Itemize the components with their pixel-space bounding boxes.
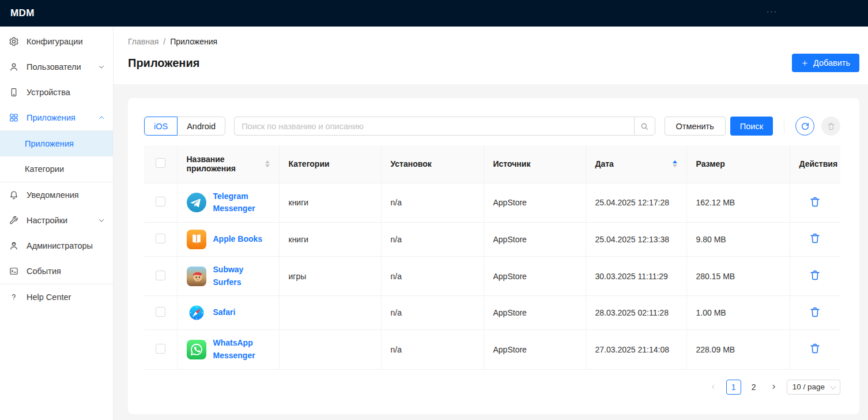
sidebar-item-users[interactable]: Пользователи xyxy=(0,54,113,80)
prev-page-button[interactable] xyxy=(706,380,721,395)
date-cell: 30.03.2025 11:11:29 xyxy=(586,256,686,295)
toolbar-divider xyxy=(784,119,784,134)
chevron-down-icon xyxy=(98,217,105,224)
next-page-button[interactable] xyxy=(767,380,782,395)
sidebar-item-label: Help Center xyxy=(27,292,71,302)
search-input[interactable] xyxy=(234,117,633,136)
bulk-delete-button[interactable] xyxy=(821,117,840,136)
column-header-date[interactable]: Дата xyxy=(586,145,686,183)
breadcrumb-home[interactable]: Главная xyxy=(128,37,158,46)
plus-icon xyxy=(801,59,809,67)
sidebar-item-applications[interactable]: Приложения xyxy=(0,105,113,130)
sidebar-subitem-label: Категории xyxy=(25,164,64,174)
column-header-source: Источник xyxy=(484,145,586,183)
sidebar-item-label: Администраторы xyxy=(27,241,93,250)
size-cell: 1.00 MB xyxy=(686,296,790,330)
cancel-button[interactable]: Отменить xyxy=(665,117,726,136)
trash-icon xyxy=(809,342,821,355)
tab-android[interactable]: Android xyxy=(177,117,225,136)
sidebar-item-label: Настройки xyxy=(27,216,67,225)
breadcrumb-separator: / xyxy=(163,37,165,46)
trash-icon xyxy=(827,122,836,131)
delete-row-button[interactable] xyxy=(809,342,821,355)
delete-row-button[interactable] xyxy=(809,232,821,245)
table-row: WhatsApp Messenger n/a AppStore 27.03.20… xyxy=(144,330,840,369)
app-name-link[interactable]: Telegram Messenger xyxy=(213,190,270,215)
page-header: Главная / Приложения Приложения Добавить xyxy=(114,27,868,84)
row-checkbox[interactable] xyxy=(156,307,165,317)
topbar: MDM ··· xyxy=(0,0,868,27)
row-checkbox[interactable] xyxy=(156,271,165,280)
subway-surfers-icon xyxy=(187,267,206,286)
applications-table: Название приложения Категории Установок … xyxy=(144,145,840,370)
app-name-link[interactable]: Subway Surfers xyxy=(213,264,270,288)
app-name-link[interactable]: Apple Books xyxy=(213,233,263,246)
select-all-checkbox[interactable] xyxy=(156,158,165,168)
chevron-down-icon xyxy=(830,383,836,389)
date-cell: 27.03.2025 21:14:08 xyxy=(586,330,686,369)
telegram-icon xyxy=(187,193,206,212)
page-2-button[interactable]: 2 xyxy=(746,380,761,395)
row-checkbox[interactable] xyxy=(156,344,165,354)
table-row: Telegram Messenger книги n/a AppStore 25… xyxy=(144,183,840,222)
size-cell: 228.09 MB xyxy=(686,330,790,369)
sidebar: Конфигурации Пользователи Устройства При… xyxy=(0,27,114,420)
page-1-button[interactable]: 1 xyxy=(726,380,741,395)
sidebar-item-notifications[interactable]: Уведомления xyxy=(0,182,113,208)
sidebar-item-label: События xyxy=(27,267,61,276)
bell-icon xyxy=(8,190,19,201)
app-logo: MDM xyxy=(10,7,35,19)
sidebar-item-settings[interactable]: Настройки xyxy=(0,208,113,233)
sidebar-item-configurations[interactable]: Конфигурации xyxy=(0,29,113,54)
delete-row-button[interactable] xyxy=(809,269,821,282)
trash-icon xyxy=(809,306,821,318)
source-cell: AppStore xyxy=(484,296,586,330)
installs-cell: n/a xyxy=(381,296,484,330)
sidebar-item-events[interactable]: События xyxy=(0,258,113,284)
delete-row-button[interactable] xyxy=(809,196,821,208)
app-name-link[interactable]: Safari xyxy=(213,306,236,319)
sidebar-subitem-applications[interactable]: Приложения xyxy=(0,131,113,156)
add-button[interactable]: Добавить xyxy=(792,54,859,72)
source-cell: AppStore xyxy=(484,330,586,369)
admin-icon xyxy=(8,241,19,252)
category-cell: книги xyxy=(279,222,381,256)
installs-cell: n/a xyxy=(381,183,484,222)
search-icon[interactable] xyxy=(634,117,655,136)
wrench-icon xyxy=(8,215,19,226)
refresh-button[interactable] xyxy=(795,117,814,136)
page-title: Приложения xyxy=(128,57,199,70)
sort-icon xyxy=(265,160,270,167)
sidebar-item-administrators[interactable]: Администраторы xyxy=(0,233,113,258)
overflow-menu-icon[interactable]: ··· xyxy=(767,7,778,15)
gear-icon xyxy=(8,36,19,47)
search-button[interactable]: Поиск xyxy=(730,117,773,136)
tab-ios[interactable]: iOS xyxy=(144,117,178,136)
installs-cell: n/a xyxy=(381,256,484,295)
chevron-down-icon xyxy=(98,63,105,70)
sidebar-item-devices[interactable]: Устройства xyxy=(0,80,113,105)
safari-icon xyxy=(187,303,206,322)
search-box xyxy=(234,117,655,136)
column-header-installs: Установок xyxy=(381,145,484,183)
source-cell: AppStore xyxy=(484,256,586,295)
apps-grid-icon xyxy=(8,112,19,123)
column-header-name[interactable]: Название приложения xyxy=(177,145,279,183)
installs-cell: n/a xyxy=(381,330,484,369)
sidebar-subitem-categories[interactable]: Категории xyxy=(0,156,113,182)
page-size-select[interactable]: 10 / page xyxy=(787,380,840,395)
toolbar: iOS Android Отменить Поиск xyxy=(144,117,840,136)
app-name-link[interactable]: WhatsApp Messenger xyxy=(213,337,270,362)
row-checkbox[interactable] xyxy=(156,197,165,207)
sidebar-item-label: Конфигурации xyxy=(27,37,83,46)
installs-cell: n/a xyxy=(381,222,484,256)
pagination: 1 2 10 / page xyxy=(144,380,840,395)
delete-row-button[interactable] xyxy=(809,306,821,318)
row-checkbox[interactable] xyxy=(156,234,165,243)
category-cell: книги xyxy=(279,183,381,222)
category-cell xyxy=(279,330,381,369)
trash-icon xyxy=(809,232,821,245)
table-header-row: Название приложения Категории Установок … xyxy=(144,145,840,183)
sidebar-item-help-center[interactable]: Help Center xyxy=(0,284,113,310)
sidebar-subitem-label: Приложения xyxy=(25,139,74,148)
